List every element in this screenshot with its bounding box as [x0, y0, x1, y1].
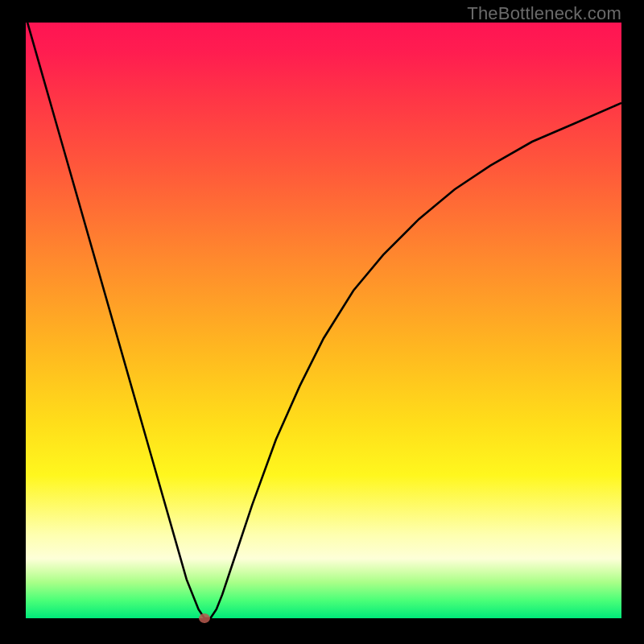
plot-area — [26, 23, 621, 618]
watermark-text: TheBottleneck.com — [467, 3, 621, 24]
minimum-point-marker — [199, 613, 210, 623]
curve-svg — [26, 23, 621, 618]
bottleneck-curve-path — [26, 17, 621, 618]
chart-container: TheBottleneck.com — [0, 0, 644, 644]
